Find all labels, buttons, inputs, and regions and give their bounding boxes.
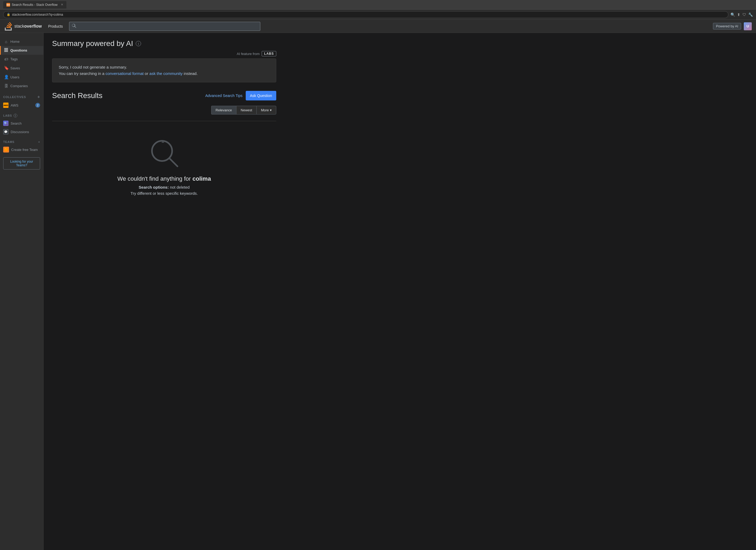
questions-icon: [4, 48, 8, 53]
browser-nav-icons: 🔍 ⬆ 🛡 🔧: [730, 12, 753, 17]
sidebar-item-home[interactable]: ⌂ Home: [0, 37, 43, 46]
search-results-header: Search Results Advanced Search Tips Ask …: [52, 91, 276, 100]
ai-summary-info-icon[interactable]: i: [136, 41, 141, 46]
companies-icon: 🗄: [4, 84, 8, 88]
sort-tabs: Relevance Newest More ▾: [52, 106, 276, 115]
shield-icon[interactable]: 🛡: [742, 12, 746, 17]
try-text: You can try searching in a conversationa…: [59, 70, 270, 77]
labs-search-icon: 🔍: [3, 121, 9, 126]
search-bar[interactable]: colima: [69, 22, 260, 31]
sidebar-companies-label: Companies: [10, 84, 28, 88]
top-navbar: stackoverflow Products colima Powered by…: [0, 20, 756, 33]
labs-search-item[interactable]: 🔍 Search: [3, 119, 40, 128]
teams-label: TEAMS +: [3, 140, 40, 143]
so-logo-icon: [4, 22, 13, 31]
navbar-right: Powered by AI U: [713, 22, 752, 30]
ai-summary-box: Sorry, I could not generate a summary. Y…: [52, 58, 276, 82]
tab-favicon: SO: [6, 3, 10, 7]
svg-rect-2: [4, 50, 8, 51]
sidebar-tags-label: Tags: [10, 57, 18, 61]
labs-discussions-item[interactable]: 💬 Discussions: [3, 128, 40, 136]
labs-label: LABS i: [3, 114, 40, 117]
address-bar-row: 🔒 stackoverflow.com/search?q=colima 🔍 ⬆ …: [0, 10, 756, 20]
tab-title: Search Results - Stack Overflow: [12, 3, 58, 7]
search-icon: [72, 24, 76, 29]
main-layout: ⌂ Home Questions 🏷 Tags 🔖 Saves 👤 Users: [0, 33, 756, 550]
secure-icon: 🔒: [7, 13, 10, 16]
browser-tab[interactable]: SO Search Results - Stack Overflow ✕: [3, 1, 66, 9]
ask-question-button[interactable]: Ask Question: [246, 91, 276, 100]
no-results-area: We couldn't find anything for colima Sea…: [52, 121, 276, 211]
svg-rect-0: [4, 48, 8, 49]
main-content: Summary powered by AI i AI feature from …: [44, 33, 283, 550]
ai-summary-section: Summary powered by AI i AI feature from …: [52, 39, 276, 82]
labs-from-label: AI feature from: [237, 52, 260, 56]
sidebar-home-label: Home: [10, 40, 20, 44]
browser-chrome: SO Search Results - Stack Overflow ✕: [0, 0, 756, 10]
labs-section: LABS i 🔍 Search 💬 Discussions: [0, 114, 43, 136]
sidebar: ⌂ Home Questions 🏷 Tags 🔖 Saves 👤 Users: [0, 33, 44, 550]
teams-add-icon[interactable]: +: [38, 140, 40, 143]
sidebar-item-tags[interactable]: 🏷 Tags: [0, 55, 43, 64]
users-icon: 👤: [4, 75, 8, 79]
conversational-format-link[interactable]: conversational format: [105, 71, 143, 76]
more-label: More: [261, 108, 269, 112]
labs-discussions-label: Discussions: [11, 130, 29, 134]
no-results-options: Search options: not deleted: [139, 185, 190, 189]
sidebar-item-saves[interactable]: 🔖 Saves: [0, 64, 43, 73]
svg-rect-3: [4, 51, 8, 52]
aws-label: AWS: [11, 103, 18, 107]
saves-icon: 🔖: [4, 66, 8, 70]
create-team-label: Create free Team: [11, 148, 38, 152]
collectives-section: COLLECTIVES + AWS AWS 2: [0, 95, 43, 109]
sidebar-item-companies[interactable]: 🗄 Companies: [0, 82, 43, 90]
search-input[interactable]: colima: [78, 24, 257, 28]
header-actions: Advanced Search Tips Ask Question: [205, 91, 276, 100]
looking-teams-button[interactable]: Looking for your Teams?: [3, 157, 40, 170]
so-logo[interactable]: stackoverflow: [4, 22, 42, 31]
powered-by-ai-badge[interactable]: Powered by AI: [713, 23, 741, 29]
search-results-title: Search Results: [52, 91, 103, 100]
ask-community-link[interactable]: ask the community: [149, 71, 182, 76]
collective-aws[interactable]: AWS AWS 2: [3, 101, 40, 109]
ai-summary-title: Summary powered by AI: [52, 39, 133, 48]
svg-line-5: [169, 158, 177, 166]
create-team-item[interactable]: 🟠 Create free Team: [3, 145, 40, 154]
url-text: stackoverflow.com/search?q=colima: [12, 13, 63, 16]
no-results-query: colima: [192, 175, 211, 182]
labs-info-icon[interactable]: i: [14, 114, 17, 117]
sidebar-item-questions[interactable]: Questions: [0, 46, 43, 55]
zoom-icon[interactable]: 🔍: [730, 12, 735, 17]
create-team-icon: 🟠: [3, 147, 9, 153]
address-bar[interactable]: 🔒 stackoverflow.com/search?q=colima: [3, 11, 728, 18]
user-avatar[interactable]: U: [744, 22, 752, 30]
sidebar-questions-label: Questions: [10, 48, 27, 52]
sorry-text: Sorry, I could not generate a summary.: [59, 64, 270, 70]
share-icon[interactable]: ⬆: [737, 12, 740, 17]
svg-rect-1: [4, 49, 8, 50]
magnifier-illustration: [148, 137, 180, 169]
teams-section: TEAMS + 🟠 Create free Team Looking for y…: [0, 140, 43, 170]
advanced-search-link[interactable]: Advanced Search Tips: [205, 94, 243, 98]
collectives-add-icon[interactable]: +: [37, 95, 40, 99]
sidebar-saves-label: Saves: [10, 66, 20, 70]
chevron-down-icon: ▾: [270, 108, 272, 112]
no-results-text: We couldn't find anything for colima: [117, 175, 211, 182]
labs-badge-row: AI feature from LABS: [52, 51, 276, 56]
sort-tab-newest[interactable]: Newest: [236, 106, 256, 115]
products-button[interactable]: Products: [46, 23, 65, 29]
tags-icon: 🏷: [4, 57, 8, 61]
sidebar-item-users[interactable]: 👤 Users: [0, 73, 43, 82]
labs-discuss-icon: 💬: [3, 129, 9, 134]
aws-badge: 2: [35, 103, 40, 108]
aws-logo: AWS: [3, 103, 9, 108]
sort-tab-relevance[interactable]: Relevance: [211, 106, 236, 115]
extensions-icon[interactable]: 🔧: [748, 12, 753, 17]
tab-close-icon[interactable]: ✕: [61, 3, 63, 6]
ai-summary-header: Summary powered by AI i: [52, 39, 276, 48]
sidebar-users-label: Users: [10, 75, 19, 79]
sidebar-nav: ⌂ Home Questions 🏷 Tags 🔖 Saves 👤 Users: [0, 37, 43, 90]
home-icon: ⌂: [4, 39, 8, 44]
sort-tab-more[interactable]: More ▾: [256, 106, 276, 115]
search-results-section: Search Results Advanced Search Tips Ask …: [52, 91, 276, 211]
